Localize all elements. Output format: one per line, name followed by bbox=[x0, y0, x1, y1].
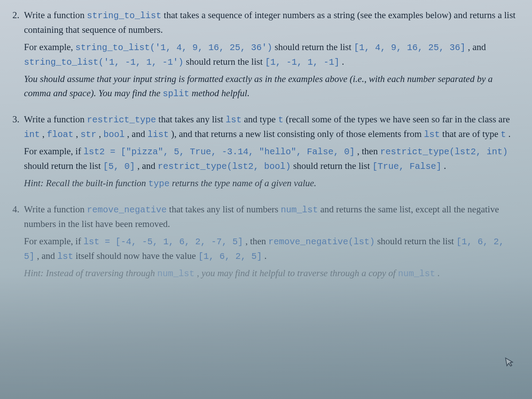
code-var: lst bbox=[57, 251, 73, 262]
text: method helpful. bbox=[192, 88, 250, 98]
code-call: string_to_list('1, -1, 1, -1') bbox=[24, 57, 184, 67]
text: that takes any list of numbers bbox=[169, 204, 281, 215]
text: should return the list bbox=[186, 56, 265, 67]
text: , bbox=[74, 129, 81, 139]
text: should return the list bbox=[24, 160, 103, 171]
code-type: list bbox=[148, 129, 169, 140]
q2-example: For example, string_to_list('1, 4, 9, 16… bbox=[24, 40, 520, 69]
q2-hint: You should assume that your input string… bbox=[24, 72, 520, 101]
text: For example, if bbox=[24, 236, 83, 246]
cursor-icon bbox=[504, 356, 516, 373]
text: You should assume that your input string… bbox=[24, 74, 493, 99]
text: should return the list bbox=[274, 42, 353, 52]
text: Write a function bbox=[24, 10, 87, 20]
text: , and bbox=[37, 250, 57, 261]
text: that are of type bbox=[442, 129, 501, 139]
text: . bbox=[438, 268, 440, 278]
text: , then bbox=[357, 146, 380, 156]
text: should return the list bbox=[293, 160, 372, 171]
code-call: restrict_type(lst2, int) bbox=[380, 147, 508, 157]
text: Hint: Recall the built-in function bbox=[24, 178, 149, 188]
text: . bbox=[342, 56, 344, 67]
problem-3: 3. Write a function restrict_type that t… bbox=[12, 112, 520, 191]
code-type: bool bbox=[103, 129, 125, 140]
code-var: num_lst bbox=[281, 205, 318, 215]
code-result: [True, False] bbox=[372, 161, 442, 172]
q2-prompt: Write a function string_to_list that tak… bbox=[24, 8, 520, 37]
text: ), and that returns a new list consistin… bbox=[169, 129, 424, 139]
q4-example: For example, if lst = [-4, -5, 1, 6, 2, … bbox=[24, 234, 520, 263]
code-type: str bbox=[81, 129, 97, 140]
text: and type bbox=[244, 114, 278, 125]
text: , you may find it helpful to traverse th… bbox=[197, 268, 398, 278]
text: should return the list bbox=[377, 236, 456, 246]
code-fn-name: remove_negative bbox=[87, 205, 167, 215]
text: , and bbox=[125, 129, 147, 139]
code-fn-name: string_to_list bbox=[87, 11, 161, 21]
code-result: [1, 6, 2, 5] bbox=[198, 251, 262, 262]
problem-number-2: 2. bbox=[12, 8, 20, 23]
q3-example: For example, if lst2 = ["pizza", 5, True… bbox=[24, 144, 520, 173]
q4-prompt: Write a function remove_negative that ta… bbox=[24, 202, 520, 231]
text: . bbox=[264, 250, 266, 261]
code-result: [1, 4, 9, 16, 25, 36] bbox=[354, 43, 466, 53]
code-result: [5, 0] bbox=[103, 161, 135, 172]
code-assign: lst2 = ["pizza", 5, True, -3.14, "hello"… bbox=[83, 147, 355, 157]
text: that takes any list bbox=[158, 114, 226, 125]
problem-4: 4. Write a function remove_negative that… bbox=[12, 202, 520, 281]
q3-prompt: Write a function restrict_type that take… bbox=[24, 112, 520, 141]
text: itself should now have the value bbox=[76, 250, 198, 261]
code-type: float bbox=[47, 129, 74, 140]
text: , and bbox=[468, 42, 486, 52]
code-var: lst bbox=[226, 115, 242, 125]
text: Write a function bbox=[24, 204, 87, 215]
code-fn-name: restrict_type bbox=[87, 115, 156, 125]
text: , and bbox=[137, 160, 158, 171]
code-result: [1, -1, 1, -1] bbox=[265, 57, 340, 67]
text: Write a function bbox=[24, 114, 87, 125]
code-var: lst bbox=[424, 129, 440, 140]
code-var: t bbox=[501, 129, 506, 140]
problem-number-3: 3. bbox=[12, 112, 20, 127]
text: , then bbox=[245, 236, 268, 246]
q4-hint: Hint: Instead of traversing through num_… bbox=[24, 266, 520, 281]
text: Hint: Instead of traversing through bbox=[24, 268, 157, 278]
code-fn: type bbox=[149, 179, 170, 189]
code-call: string_to_list('1, 4, 9, 16, 25, 36') bbox=[75, 43, 272, 53]
code-var: num_lst bbox=[157, 269, 195, 279]
code-var: t bbox=[278, 115, 283, 125]
text: For example, if bbox=[24, 146, 83, 156]
text: . bbox=[444, 160, 446, 171]
document-page: 2. Write a function string_to_list that … bbox=[0, 0, 532, 399]
code-var: num_lst bbox=[398, 269, 435, 279]
problem-2: 2. Write a function string_to_list that … bbox=[12, 8, 520, 101]
code-type: int bbox=[24, 129, 40, 140]
code-assign: lst = [-4, -5, 1, 6, 2, -7, 5] bbox=[83, 237, 243, 247]
code-call: restrict_type(lst2, bool) bbox=[158, 161, 291, 172]
text: (recall some of the types we have seen s… bbox=[286, 114, 510, 125]
q3-hint: Hint: Recall the built-in function type … bbox=[24, 176, 520, 191]
text: , bbox=[97, 129, 104, 139]
text: For example, bbox=[24, 42, 75, 52]
text: , bbox=[40, 129, 47, 139]
text: . bbox=[509, 129, 511, 139]
text: returns the type name of a given value. bbox=[172, 178, 317, 188]
code-method: split bbox=[163, 89, 189, 99]
code-call: remove_negative(lst) bbox=[268, 237, 375, 247]
problem-number-4: 4. bbox=[12, 202, 20, 217]
